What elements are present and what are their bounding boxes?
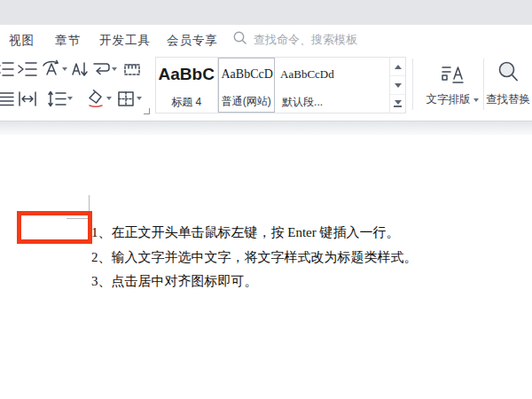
menu-item-section[interactable]: 章节 bbox=[55, 33, 81, 49]
style-gallery-scrollbar bbox=[389, 58, 405, 113]
style-default-paragraph[interactable]: AaBbCcDd 默认段... bbox=[275, 58, 389, 113]
shading-icon[interactable] bbox=[86, 89, 106, 108]
document-page[interactable] bbox=[0, 135, 532, 399]
style-preview: AaBbCcD bbox=[219, 59, 275, 90]
menu-item-devtools[interactable]: 开发工具 bbox=[99, 33, 151, 49]
text-layout-label: 文字排版 bbox=[426, 92, 471, 107]
ribbon: AaBbC 标题 4 AaBbCcD 普通(网站) AaBbCcDd 默认段..… bbox=[0, 55, 532, 121]
find-replace-button[interactable]: 查找替换 bbox=[480, 57, 532, 113]
style-label: 普通(网站) bbox=[219, 90, 275, 112]
gallery-scroll-down-icon[interactable] bbox=[390, 76, 405, 95]
menu-item-view[interactable]: 视图 bbox=[9, 33, 35, 49]
text-layout-button[interactable]: 文字排版 bbox=[424, 57, 481, 113]
dialog-launcher-icon[interactable] bbox=[144, 108, 150, 114]
menu-bar: 视图 章节 开发工具 会员专享 查找命令、搜索模板 bbox=[0, 25, 532, 55]
ribbon-separator bbox=[412, 59, 413, 110]
indent-decrease-icon[interactable] bbox=[0, 59, 14, 79]
text-layout-caret-icon bbox=[473, 98, 479, 102]
text-layout-icon bbox=[440, 62, 465, 89]
sort-icon[interactable] bbox=[70, 59, 90, 79]
search-icon bbox=[232, 30, 248, 50]
wrap-text-caret-icon[interactable] bbox=[112, 67, 117, 71]
wrap-text-icon[interactable] bbox=[91, 59, 111, 79]
gallery-scroll-up-icon[interactable] bbox=[390, 58, 405, 76]
style-preview: AaBbC bbox=[156, 58, 217, 91]
annotation-highlight-box bbox=[17, 211, 92, 244]
text-effect-caret-icon[interactable] bbox=[62, 67, 67, 71]
shading-caret-icon[interactable] bbox=[106, 97, 112, 100]
char-width-icon[interactable] bbox=[122, 59, 142, 79]
justify-icon[interactable] bbox=[0, 89, 14, 108]
indent-increase-icon[interactable] bbox=[18, 59, 37, 79]
doc-line-1[interactable]: 1、在正文开头单击鼠标左键，按 Enter 键插入一行。 bbox=[91, 224, 399, 241]
distribute-align-icon[interactable] bbox=[18, 89, 37, 108]
style-preview: AaBbCcDd bbox=[275, 58, 389, 91]
style-label: 标题 4 bbox=[156, 91, 217, 113]
find-replace-label: 查找替换 bbox=[486, 92, 530, 107]
line-spacing-caret-icon[interactable] bbox=[67, 97, 73, 100]
style-normal-web-selected[interactable]: AaBbCcD 普通(网站) bbox=[218, 58, 276, 113]
style-label: 默认段... bbox=[275, 91, 389, 113]
doc-line-2[interactable]: 2、输入文字并选中文字，将文字样式改为标题类样式。 bbox=[91, 249, 418, 266]
borders-caret-icon[interactable] bbox=[137, 97, 142, 100]
gallery-more-icon[interactable] bbox=[390, 95, 405, 113]
titlebar bbox=[0, 0, 532, 25]
menu-item-member[interactable]: 会员专享 bbox=[167, 33, 218, 49]
ribbon-bottom-band bbox=[0, 121, 532, 135]
line-spacing-icon[interactable] bbox=[47, 89, 66, 108]
command-search-input[interactable]: 查找命令、搜索模板 bbox=[232, 30, 410, 50]
wps-window: 视图 章节 开发工具 会员专享 查找命令、搜索模板 bbox=[0, 0, 532, 399]
style-gallery: AaBbC 标题 4 AaBbCcD 普通(网站) AaBbCcDd 默认段..… bbox=[155, 57, 406, 113]
find-replace-icon bbox=[497, 60, 520, 89]
text-effect-icon[interactable] bbox=[42, 59, 61, 79]
style-heading4[interactable]: AaBbC 标题 4 bbox=[156, 58, 218, 113]
borders-icon[interactable] bbox=[116, 89, 136, 108]
search-placeholder-text: 查找命令、搜索模板 bbox=[254, 32, 357, 48]
doc-line-3[interactable]: 3、点击居中对齐图标即可。 bbox=[91, 273, 258, 290]
